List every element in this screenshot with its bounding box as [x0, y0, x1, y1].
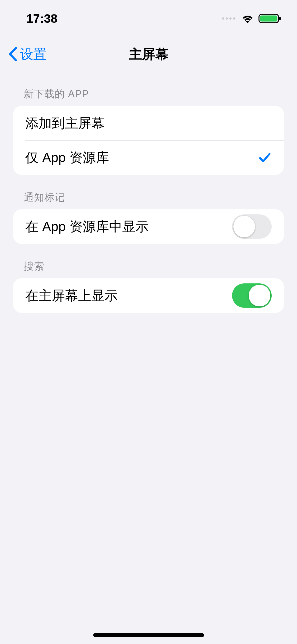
content: 新下载的 APP 添加到主屏幕 仅 App 资源库 通知标记 在 App 资源库…: [0, 71, 297, 313]
status-time: 17:38: [26, 11, 58, 26]
back-label: 设置: [20, 45, 46, 63]
svg-rect-2: [279, 17, 281, 20]
option-label: 添加到主屏幕: [25, 114, 105, 132]
wifi-icon: [241, 13, 254, 24]
home-indicator[interactable]: [93, 633, 204, 637]
back-button[interactable]: 设置: [8, 45, 46, 63]
chevron-left-icon: [8, 47, 17, 62]
status-right: [222, 13, 281, 24]
toggle-show-in-app-library[interactable]: [232, 214, 272, 239]
row-show-in-app-library: 在 App 资源库中显示: [13, 209, 284, 244]
option-add-to-home[interactable]: 添加到主屏幕: [13, 106, 284, 140]
group-search: 在主屏幕上显示: [13, 278, 284, 313]
section-header-search: 搜索: [13, 244, 284, 278]
group-badges: 在 App 资源库中显示: [13, 209, 284, 244]
page-title: 主屏幕: [129, 45, 168, 63]
nav-bar: 设置 主屏幕: [0, 37, 297, 71]
option-app-library-only[interactable]: 仅 App 资源库: [13, 140, 284, 175]
option-label: 仅 App 资源库: [25, 149, 109, 167]
battery-icon: [258, 13, 281, 24]
toggle-label: 在主屏幕上显示: [25, 287, 118, 305]
checkmark-icon: [258, 151, 272, 164]
toggle-label: 在 App 资源库中显示: [25, 218, 149, 236]
group-new-downloads: 添加到主屏幕 仅 App 资源库: [13, 106, 284, 175]
status-bar: 17:38: [0, 0, 297, 37]
svg-rect-1: [260, 16, 277, 22]
toggle-show-on-home[interactable]: [232, 283, 272, 308]
cellular-dots-icon: [222, 17, 235, 20]
row-show-on-home: 在主屏幕上显示: [13, 278, 284, 313]
section-header-new-downloads: 新下载的 APP: [13, 71, 284, 106]
section-header-badges: 通知标记: [13, 175, 284, 209]
